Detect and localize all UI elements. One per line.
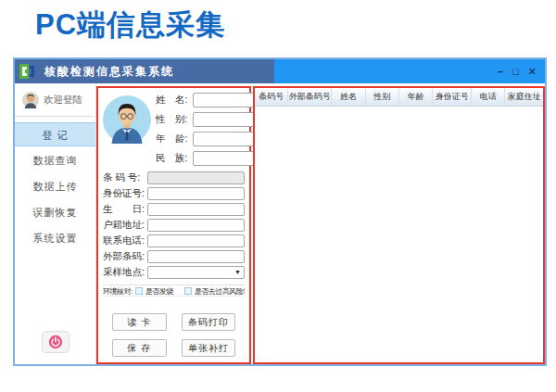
barcode-label: 条 码 号: (103, 171, 147, 184)
external-barcode-label: 外部条码: (103, 250, 147, 263)
barcode-input (147, 171, 245, 184)
gender-label: 性 别: (156, 113, 193, 126)
sampling-site-select[interactable]: ▼ (147, 266, 245, 279)
sidebar-spacer (15, 252, 95, 331)
external-barcode-input[interactable] (147, 250, 245, 263)
barcode-print-button[interactable]: 条码打印 (182, 313, 236, 331)
results-table-panel: 条码号 外部条码号 姓名 性别 年龄 身份证号 电话 家庭住址 (253, 86, 545, 364)
save-button[interactable]: 保 存 (112, 339, 167, 357)
window-controls: – □ ✕ (498, 59, 537, 83)
table-body (255, 107, 543, 362)
form-row-birthday: 生 日: (103, 203, 245, 216)
user-row: 欢迎登陆 (15, 83, 95, 117)
phone-input[interactable] (147, 234, 245, 247)
app-window: 核酸检测信息采集系统 – □ ✕ 欢迎登陆 登 记 (13, 57, 547, 366)
power-icon (48, 335, 63, 349)
sampling-site-label: 采样地点: (103, 266, 147, 279)
birthday-label: 生 日: (103, 203, 147, 216)
form-row-external-barcode: 外部条码: (103, 250, 245, 263)
column-header-gender[interactable]: 性别 (366, 88, 399, 106)
page-title: PC端信息采集 (35, 6, 225, 44)
column-header-barcode[interactable]: 条码号 (255, 88, 288, 106)
read-card-button[interactable]: 读 卡 (112, 313, 167, 331)
titlebar-left-segment: 核酸检测信息采集系统 (15, 59, 274, 83)
environment-check-row: 环境核对: 是否发烧 是否去过高风险地区 (103, 285, 245, 297)
ethnicity-label: 民 族: (156, 152, 193, 165)
titlebar[interactable]: 核酸检测信息采集系统 – □ ✕ (15, 59, 545, 83)
fever-checkbox-label: 是否发烧 (145, 286, 173, 297)
user-avatar (22, 92, 39, 108)
name-label: 姓 名: (156, 94, 193, 107)
table-header-row: 条码号 外部条码号 姓名 性别 年龄 身份证号 电话 家庭住址 (255, 88, 543, 107)
id-number-label: 身份证号: (103, 187, 147, 200)
column-header-home-address[interactable]: 家庭住址 (505, 88, 543, 106)
welcome-text: 欢迎登陆 (44, 94, 82, 107)
close-button[interactable]: ✕ (528, 67, 537, 77)
registration-form-panel: 姓 名: 性 别: 年 龄: 民 族: (96, 86, 251, 364)
sidebar-item-register[interactable]: 登 记 (15, 122, 95, 146)
form-buttons: 读 卡 条码打印 保 存 单张补打 (103, 297, 245, 362)
sidebar-item-system-settings[interactable]: 系统设置 (15, 226, 95, 250)
column-header-id-number[interactable]: 身份证号 (433, 88, 472, 106)
high-risk-area-checkbox[interactable] (184, 287, 192, 295)
environment-check-label: 环境核对: (103, 286, 133, 297)
maximize-button[interactable]: □ (512, 67, 519, 77)
fever-checkbox[interactable] (135, 287, 143, 295)
minimize-button[interactable]: – (498, 67, 503, 77)
sidebar-menu: 登 记 数据查询 数据上传 误删恢复 系统设置 (15, 122, 95, 252)
column-header-external-barcode[interactable]: 外部条码号 (288, 88, 332, 106)
form-row-phone: 联系电话: (103, 234, 245, 247)
address-input[interactable] (147, 219, 245, 232)
id-number-input[interactable] (147, 187, 245, 200)
form-row-address: 户籍地址: (103, 219, 245, 232)
column-header-name[interactable]: 姓名 (332, 88, 365, 106)
form-row-barcode: 条 码 号: (103, 171, 245, 184)
column-header-age[interactable]: 年龄 (399, 88, 433, 106)
form-row-sampling-site: 采样地点: ▼ (103, 266, 245, 279)
window-title: 核酸检测信息采集系统 (44, 64, 174, 80)
single-reprint-button[interactable]: 单张补打 (182, 339, 236, 357)
high-risk-area-checkbox-label: 是否去过高风险地区 (195, 286, 245, 297)
sidebar-item-data-query[interactable]: 数据查询 (15, 148, 95, 172)
sidebar-item-undelete-recovery[interactable]: 误删恢复 (15, 200, 95, 224)
sidebar: 欢迎登陆 登 记 数据查询 数据上传 误删恢复 系统设置 (15, 83, 96, 364)
logout-power-button[interactable] (42, 331, 70, 353)
birthday-input[interactable] (147, 203, 245, 216)
address-label: 户籍地址: (103, 219, 147, 232)
sidebar-item-data-upload[interactable]: 数据上传 (15, 174, 95, 198)
age-label: 年 龄: (156, 133, 193, 145)
form-top-section: 姓 名: 性 别: 年 龄: 民 族: (103, 93, 245, 166)
app-logo-icon (19, 64, 36, 79)
window-body: 欢迎登陆 登 记 数据查询 数据上传 误删恢复 系统设置 (15, 83, 545, 364)
patient-avatar (103, 95, 151, 144)
phone-label: 联系电话: (103, 234, 147, 247)
form-row-id-number: 身份证号: (103, 187, 245, 200)
column-header-phone[interactable]: 电话 (472, 88, 505, 106)
